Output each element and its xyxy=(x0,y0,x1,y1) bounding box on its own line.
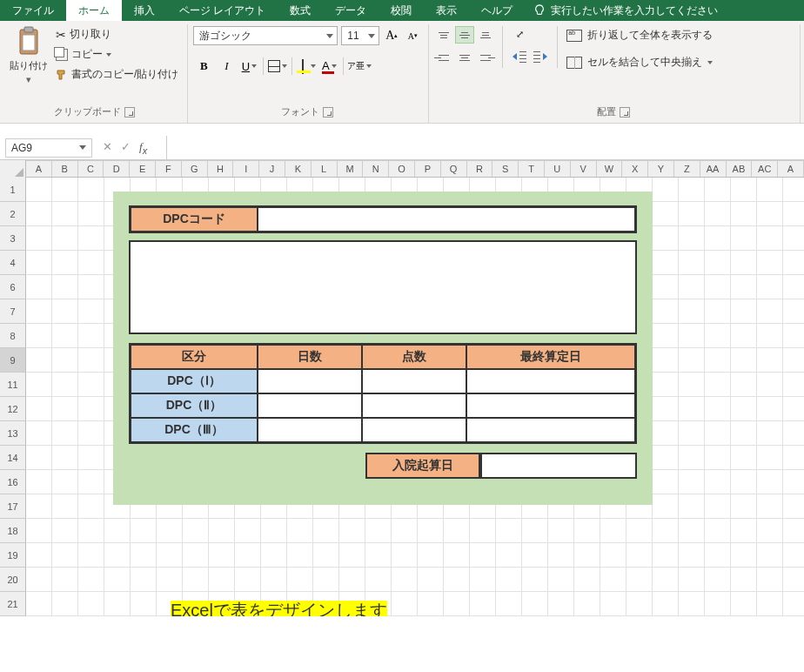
row-cells[interactable] xyxy=(26,519,804,543)
font-size-select[interactable]: 11 xyxy=(341,26,379,45)
row-header[interactable]: 20 xyxy=(0,568,26,592)
cell-dpc1-nissu[interactable] xyxy=(258,369,362,393)
phonetic-button[interactable]: ア亜 xyxy=(347,56,372,77)
align-bottom-button[interactable] xyxy=(476,26,495,44)
row-header[interactable]: 2 xyxy=(0,202,26,226)
column-header[interactable]: S xyxy=(492,161,519,177)
align-top-button[interactable] xyxy=(434,26,453,44)
column-header[interactable]: N xyxy=(363,161,389,177)
row-header[interactable]: 16 xyxy=(0,470,26,494)
tab-review[interactable]: 校閲 xyxy=(379,0,424,21)
row-header[interactable]: 9 xyxy=(0,348,26,373)
underline-button[interactable]: U xyxy=(238,56,259,77)
paste-button[interactable]: 貼り付け ▾ xyxy=(9,26,49,85)
row-header[interactable]: 3 xyxy=(0,226,26,251)
row-header[interactable]: 11 xyxy=(0,373,26,397)
column-header[interactable]: A xyxy=(778,161,804,177)
column-header[interactable]: E xyxy=(130,161,156,177)
cell-dpc3-tensu[interactable] xyxy=(362,418,466,442)
cancel-formula-button[interactable]: ✕ xyxy=(103,140,112,156)
row-header[interactable]: 7 xyxy=(0,299,26,324)
copy-button[interactable]: コピー xyxy=(54,46,180,63)
tab-formulas[interactable]: 数式 xyxy=(278,0,323,21)
tab-insert[interactable]: 挿入 xyxy=(122,0,167,21)
column-header[interactable]: K xyxy=(285,161,312,177)
column-header[interactable]: M xyxy=(338,161,364,177)
column-header[interactable]: Z xyxy=(674,161,700,177)
tab-file[interactable]: ファイル xyxy=(0,0,66,21)
column-header[interactable]: I xyxy=(233,161,259,177)
cell-dpc2-saishu[interactable] xyxy=(466,393,635,418)
column-header[interactable]: AC xyxy=(752,161,778,177)
tab-home[interactable]: ホーム xyxy=(66,0,122,21)
row-header[interactable]: 12 xyxy=(0,397,26,421)
orientation-button[interactable]: ⤢ xyxy=(510,26,529,44)
column-header[interactable]: A xyxy=(26,161,52,177)
column-header[interactable]: U xyxy=(545,161,571,177)
row-header[interactable]: 18 xyxy=(0,519,26,543)
cell-dpc1-saishu[interactable] xyxy=(466,369,635,393)
column-header[interactable]: AA xyxy=(700,161,727,177)
form-blank-area[interactable] xyxy=(129,240,637,334)
column-header[interactable]: H xyxy=(208,161,234,177)
select-all-button[interactable] xyxy=(0,160,26,179)
decrease-indent-button[interactable] xyxy=(510,49,529,66)
cut-button[interactable]: ✂ 切り取り xyxy=(54,26,180,43)
column-header[interactable]: D xyxy=(104,161,130,177)
italic-button[interactable]: I xyxy=(216,56,237,77)
name-box[interactable]: AG9 xyxy=(5,138,92,158)
tell-me[interactable]: 実行したい作業を入力してください xyxy=(525,0,727,21)
align-left-button[interactable] xyxy=(434,49,453,66)
align-middle-button[interactable] xyxy=(455,26,474,44)
column-header[interactable]: C xyxy=(78,161,104,177)
row-cells[interactable] xyxy=(26,543,804,568)
increase-indent-button[interactable] xyxy=(531,49,550,66)
column-header[interactable]: B xyxy=(52,161,78,177)
row-header[interactable]: 19 xyxy=(0,543,26,568)
row-header[interactable]: 14 xyxy=(0,446,26,470)
wrap-text-button[interactable]: 折り返して全体を表示する xyxy=(565,26,714,44)
column-header[interactable]: O xyxy=(389,161,415,177)
bold-button[interactable]: B xyxy=(193,56,214,77)
tab-help[interactable]: ヘルプ xyxy=(469,0,525,21)
column-header[interactable]: V xyxy=(571,161,597,177)
formula-input[interactable] xyxy=(166,136,804,159)
dpc-code-input[interactable] xyxy=(258,207,635,232)
column-header[interactable]: W xyxy=(597,161,623,177)
format-painter-button[interactable]: 書式のコピー/貼り付け xyxy=(54,66,180,83)
decrease-font-button[interactable]: A▾ xyxy=(404,26,421,45)
row-header[interactable]: 6 xyxy=(0,275,26,299)
column-header[interactable]: L xyxy=(312,161,338,177)
column-header[interactable]: J xyxy=(259,161,285,177)
nyuin-input[interactable] xyxy=(480,453,637,479)
column-header[interactable]: X xyxy=(622,161,648,177)
row-header[interactable]: 8 xyxy=(0,324,26,348)
fill-color-button[interactable] xyxy=(296,56,317,77)
cell-dpc1-tensu[interactable] xyxy=(362,369,466,393)
cell-dpc3-nissu[interactable] xyxy=(258,418,362,442)
font-dialog-launcher[interactable] xyxy=(323,107,333,118)
increase-font-button[interactable]: A▴ xyxy=(383,26,400,45)
column-header[interactable]: T xyxy=(519,161,545,177)
cell-dpc2-nissu[interactable] xyxy=(258,393,362,418)
column-header[interactable]: G xyxy=(182,161,208,177)
tab-data[interactable]: データ xyxy=(323,0,379,21)
column-header[interactable]: Y xyxy=(648,161,674,177)
cell-dpc3-saishu[interactable] xyxy=(466,418,635,442)
align-center-button[interactable] xyxy=(455,49,474,66)
font-name-select[interactable]: 游ゴシック xyxy=(193,26,338,45)
row-cells[interactable] xyxy=(26,568,804,592)
column-header[interactable]: AB xyxy=(727,161,753,177)
column-header[interactable]: Q xyxy=(441,161,467,177)
column-header[interactable]: R xyxy=(467,161,493,177)
row-header[interactable]: 17 xyxy=(0,494,26,519)
alignment-dialog-launcher[interactable] xyxy=(620,107,630,118)
enter-formula-button[interactable]: ✓ xyxy=(121,140,131,156)
row-header[interactable]: 4 xyxy=(0,251,26,275)
merge-center-button[interactable]: セルを結合して中央揃え xyxy=(565,53,714,71)
align-right-button[interactable] xyxy=(476,49,495,66)
row-header[interactable]: 13 xyxy=(0,421,26,446)
insert-function-button[interactable]: fx xyxy=(139,140,147,156)
borders-button[interactable] xyxy=(267,56,288,77)
tab-view[interactable]: 表示 xyxy=(424,0,469,21)
